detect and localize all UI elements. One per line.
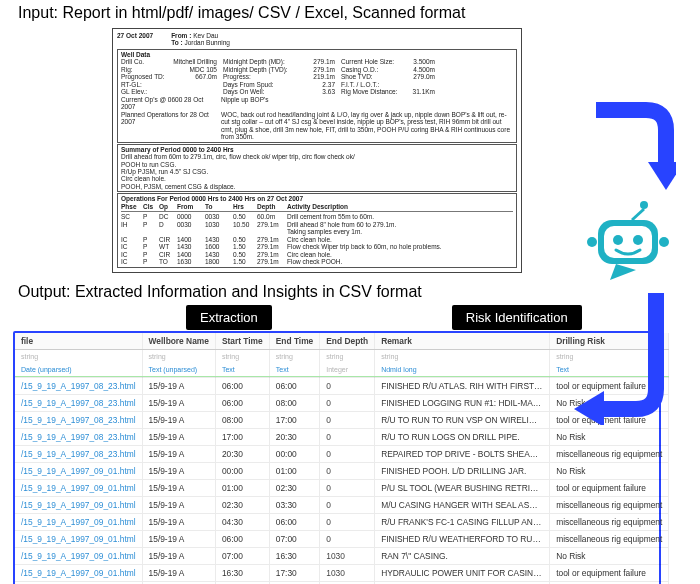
col-header[interactable]: Remark [375, 333, 550, 350]
well-cell: 3.500m [403, 58, 439, 65]
arrow-left-icon [558, 285, 678, 425]
well-cell: F.I.T. / L.O.T.: [341, 81, 401, 88]
table-cell: 01:00 [215, 480, 269, 497]
well-cell: Midnight Depth (MD): [223, 58, 301, 65]
table-cell: 0 [320, 395, 375, 412]
svg-point-5 [613, 235, 623, 245]
table-row[interactable]: /15_9_19_A_1997_09_01.html15/9-19 A16:30… [15, 565, 669, 582]
table-cell: /15_9_19_A_1997_09_01.html [15, 565, 142, 582]
well-cell: 219.1m [303, 73, 339, 80]
table-cell: FINISHED R/U ATLAS. RIH WITH FIRST LOG R… [375, 378, 550, 395]
from-val: Kev Dau [193, 32, 218, 39]
table-cell: FINISHED R/U WEATHERFORD TO RUN 7\" CASI… [375, 531, 550, 548]
ops-row: ICPTO163018001.50279.1mFlow check POOH. [121, 258, 513, 265]
table-cell: /15_9_19_A_1997_08_23.html [15, 429, 142, 446]
table-cell: 15/9-19 A [142, 548, 215, 565]
table-cell: 17:00 [269, 412, 320, 429]
well-cell: Rig: [121, 66, 171, 73]
table-cell: No Risk [550, 463, 669, 480]
table-row[interactable]: /15_9_19_A_1997_09_01.html15/9-19 A06:00… [15, 531, 669, 548]
well-cell: Midnight Depth (TVD): [223, 66, 301, 73]
ops-head-cell: Depth [257, 203, 287, 210]
table-cell: R/U FRANK'S FC-1 CASING FILLUP AND CIRCU… [375, 514, 550, 531]
table-row[interactable]: /15_9_19_A_1997_08_23.html15/9-19 A20:30… [15, 446, 669, 463]
well-cell: Progress: [223, 73, 301, 80]
table-row[interactable]: /15_9_19_A_1997_09_01.html15/9-19 A00:00… [15, 463, 669, 480]
table-cell: REPAIRED TOP DRIVE - BOLTS SHEARED ON SW… [375, 446, 550, 463]
well-cell: Current Hole Size: [341, 58, 401, 65]
table-cell: 06:00 [215, 378, 269, 395]
table-cell: 0 [320, 463, 375, 480]
ops-title: Operations For Period 0000 Hrs to 2400 H… [121, 195, 513, 202]
table-cell: 06:00 [269, 514, 320, 531]
table-cell: 06:00 [215, 395, 269, 412]
table-row[interactable]: /15_9_19_A_1997_09_01.html15/9-19 A04:30… [15, 514, 669, 531]
ops-head-cell: Hrs [233, 203, 257, 210]
table-cell: FINISHED LOGGING RUN #1: HDIL-MAC-DGR-CH… [375, 395, 550, 412]
table-row[interactable]: /15_9_19_A_1997_09_01.html15/9-19 A07:00… [15, 548, 669, 565]
input-title: Input: Report in html/pdf/ images/ CSV /… [0, 0, 700, 26]
table-cell: 02:30 [269, 480, 320, 497]
sum-title: Summary of Period 0000 to 2400 Hrs [121, 146, 513, 153]
table-row[interactable]: /15_9_19_A_1997_09_01.html15/9-19 A01:00… [15, 480, 669, 497]
well-cell: Drill Co. [121, 58, 171, 65]
cur-ops-lbl: Current Op's @ 0600 28 Oct 2007 [121, 96, 221, 111]
table-cell: 0 [320, 429, 375, 446]
table-cell: /15_9_19_A_1997_08_23.html [15, 412, 142, 429]
table-cell: 0 [320, 378, 375, 395]
ops-box: Operations For Period 0000 Hrs to 2400 H… [117, 193, 517, 267]
table-cell: 08:00 [269, 395, 320, 412]
summary-line: POOH to run CSG. [121, 161, 513, 168]
col-header[interactable]: End Depth [320, 333, 375, 350]
ops-row: IHPD0030103010.50279.1mDrill ahead 8" ho… [121, 221, 513, 228]
table-cell: /15_9_19_A_1997_09_01.html [15, 548, 142, 565]
tag-extraction: Extraction [186, 305, 272, 330]
table-row[interactable]: /15_9_19_A_1997_09_01.html15/9-19 A02:30… [15, 497, 669, 514]
well-cell: Rig Move Distance: [341, 88, 401, 95]
ops-row: SCPDC000000300.5060.0mDrill cement from … [121, 213, 513, 220]
ops-row: Taking samples every 1m. [121, 228, 513, 235]
table-cell: miscellaneous rig equipment [550, 514, 669, 531]
table-cell: 17:00 [215, 429, 269, 446]
table-cell: 0 [320, 497, 375, 514]
col-header[interactable]: Wellbore Name [142, 333, 215, 350]
table-cell: 20:30 [269, 429, 320, 446]
table-cell: 1030 [320, 548, 375, 565]
table-cell: 20:30 [215, 446, 269, 463]
table-cell: 01:00 [269, 463, 320, 480]
svg-point-1 [640, 201, 648, 209]
well-cell: Days From Spud: [223, 81, 301, 88]
summary-box: Summary of Period 0000 to 2400 Hrs Drill… [117, 144, 517, 193]
ops-row: ICPCIR140014300.50279.1mCirc clean hole. [121, 251, 513, 258]
well-cell: 667.0m [173, 73, 221, 80]
ops-head-cell: Cls [143, 203, 159, 210]
table-cell: 15/9-19 A [142, 446, 215, 463]
ops-head-cell: Phse [121, 203, 143, 210]
table-cell: /15_9_19_A_1997_08_23.html [15, 378, 142, 395]
table-cell: RAN 7\" CASING. [375, 548, 550, 565]
table-cell: 1030 [320, 565, 375, 582]
table-cell: 0 [320, 480, 375, 497]
well-cell: 279.1m [303, 66, 339, 73]
summary-line: Drill ahead from 60m to 279.1m, circ, fl… [121, 153, 513, 160]
table-cell: /15_9_19_A_1997_09_01.html [15, 514, 142, 531]
col-header[interactable]: Start Time [215, 333, 269, 350]
well-cell: Days On Well: [223, 88, 301, 95]
well-cell: Shoe TVD: [341, 73, 401, 80]
table-cell: No Risk [550, 429, 669, 446]
svg-marker-9 [574, 391, 604, 425]
well-cell: Mitchell Drilling [173, 58, 221, 65]
to-lbl: To : [171, 39, 182, 46]
table-cell: miscellaneous rig equipment [550, 531, 669, 548]
well-cell: Casing O.D.: [341, 66, 401, 73]
col-header[interactable]: file [15, 333, 142, 350]
well-cell [173, 88, 221, 95]
well-cell: 31.1Km [403, 88, 439, 95]
col-header[interactable]: End Time [269, 333, 320, 350]
table-cell: /15_9_19_A_1997_09_01.html [15, 480, 142, 497]
table-cell: 0 [320, 446, 375, 463]
rpt-date: 27 Oct 2007 [117, 32, 153, 39]
table-cell: 15/9-19 A [142, 514, 215, 531]
table-cell: 15/9-19 A [142, 395, 215, 412]
table-row[interactable]: /15_9_19_A_1997_08_23.html15/9-19 A17:00… [15, 429, 669, 446]
